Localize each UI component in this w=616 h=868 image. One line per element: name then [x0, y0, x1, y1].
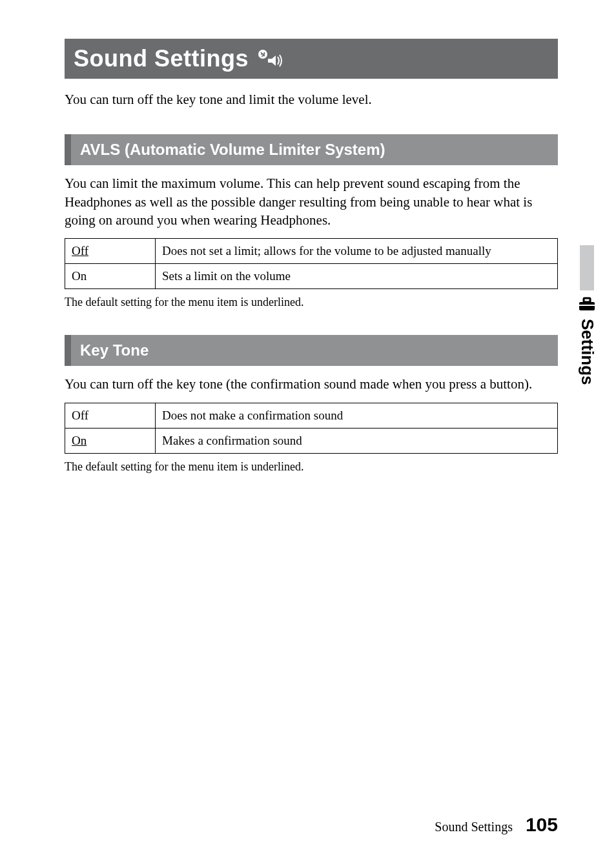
toolbox-icon — [579, 297, 595, 314]
svg-rect-3 — [579, 305, 595, 306]
sound-settings-icon — [256, 49, 285, 68]
option-key: On — [72, 269, 87, 283]
keytone-caption: The default setting for the menu item is… — [65, 460, 558, 474]
page-title-bar: Sound Settings — [65, 39, 558, 79]
svg-rect-1 — [579, 302, 595, 310]
svg-rect-2 — [584, 298, 590, 302]
table-row: Off Does not make a confirmation sound — [65, 403, 558, 428]
table-row: On Makes a confirmation sound — [65, 428, 558, 453]
page-footer: Sound Settings 105 — [435, 814, 558, 836]
option-key: On — [72, 434, 87, 447]
option-val: Sets a limit on the volume — [156, 264, 558, 289]
section-heading-avls: AVLS (Automatic Volume Limiter System) — [65, 134, 558, 165]
avls-caption: The default setting for the menu item is… — [65, 296, 558, 309]
option-key: Off — [72, 409, 88, 422]
keytone-body: You can turn off the key tone (the confi… — [65, 375, 558, 393]
option-key: Off — [72, 244, 88, 257]
table-row: On Sets a limit on the volume — [65, 264, 558, 289]
side-tab-label: Settings — [577, 319, 597, 385]
option-val: Does not make a confirmation sound — [156, 403, 558, 428]
option-val: Does not set a limit; allows for the vol… — [156, 239, 558, 264]
side-tab-marker — [580, 245, 594, 290]
avls-body: You can limit the maximum volume. This c… — [65, 174, 558, 229]
option-val: Makes a confirmation sound — [156, 428, 558, 453]
intro-text: You can turn off the key tone and limit … — [65, 90, 558, 108]
table-row: Off Does not set a limit; allows for the… — [65, 239, 558, 264]
section-heading-keytone: Key Tone — [65, 335, 558, 366]
page-title: Sound Settings — [74, 45, 249, 72]
avls-options-table: Off Does not set a limit; allows for the… — [65, 238, 558, 289]
page-number: 105 — [526, 814, 558, 836]
footer-label: Sound Settings — [435, 820, 513, 834]
keytone-options-table: Off Does not make a confirmation sound O… — [65, 403, 558, 454]
side-tab: Settings — [558, 245, 616, 385]
